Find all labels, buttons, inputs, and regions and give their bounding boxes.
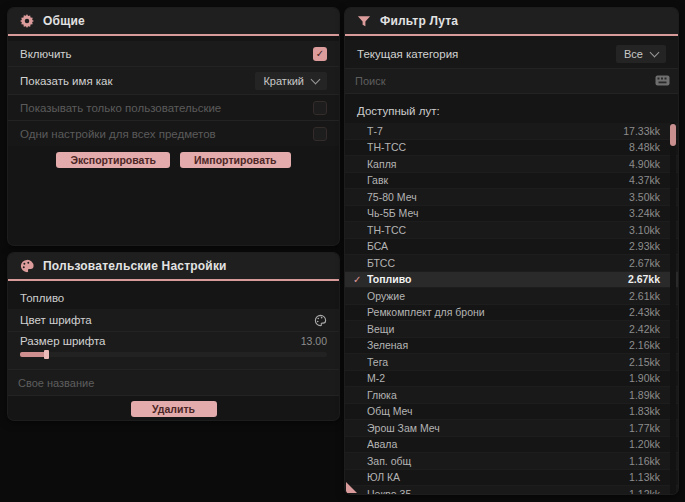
chevron-down-icon <box>311 74 321 84</box>
delete-button[interactable]: Удалить <box>131 401 217 417</box>
loot-item-row[interactable]: ✓ Т-7 17.33kk <box>345 123 678 140</box>
selected-item-wrap: Топливо <box>8 281 339 309</box>
loot-item-value: 1.89kk <box>629 389 660 401</box>
loot-item-row[interactable]: ✓ Зап. общ 1.16kk <box>345 453 678 470</box>
loot-item-value: 4.90kk <box>629 158 660 170</box>
display-name-row: Показать имя как Краткий <box>8 67 339 95</box>
loot-item-value: 3.24kk <box>629 207 660 219</box>
check-icon: ✓ <box>353 224 365 235</box>
font-size-value: 13.00 <box>301 335 327 347</box>
font-size-slider[interactable] <box>20 352 327 357</box>
check-icon: ✓ <box>353 125 365 136</box>
loot-item-row[interactable]: ✓ ЮЛ КА 1.13kk <box>345 470 678 487</box>
loot-filter-panel-header[interactable]: Фильтр Лута <box>345 8 678 34</box>
font-size-row: Размер шрифта 13.00 <box>8 332 339 370</box>
loot-item-value: 2.42kk <box>629 323 660 335</box>
loot-item-row[interactable]: ✓ Оружие 2.61kk <box>345 288 678 305</box>
loot-item-row[interactable]: ✓ Общ Меч 1.83kk <box>345 404 678 421</box>
delete-row: Удалить <box>8 396 339 420</box>
loot-item-row[interactable]: ✓ Эрош Зам Меч 1.77kk <box>345 420 678 437</box>
category-dropdown[interactable]: Все <box>616 45 666 63</box>
loot-item-row[interactable]: ✓ Вещи 2.42kk <box>345 321 678 338</box>
loot-item-name: Глюка <box>367 389 629 401</box>
loot-item-row[interactable]: ✓ Авала 1.20kk <box>345 437 678 454</box>
loot-item-row[interactable]: ✓ Зеленая 2.16kk <box>345 338 678 355</box>
loot-filter-panel-title: Фильтр Лута <box>380 14 458 28</box>
loot-list: ✓ Т-7 17.33kk ✓ ТН-ТСС 8.48kk ✓ Капля 4.… <box>345 123 678 494</box>
category-row: Текущая категория Все <box>345 40 678 69</box>
check-icon: ✓ <box>353 241 365 252</box>
loot-item-value: 2.43kk <box>629 306 660 318</box>
custom-name-input[interactable] <box>8 370 339 395</box>
loot-item-name: Авала <box>367 438 629 450</box>
general-panel-header[interactable]: Общие <box>8 8 339 34</box>
check-icon: ✓ <box>353 323 365 334</box>
enable-checkbox[interactable]: ✓ <box>313 47 327 61</box>
funnel-icon <box>357 15 371 28</box>
loot-item-name: Зап. общ <box>367 455 629 467</box>
enable-row: Включить ✓ <box>8 41 339 67</box>
loot-item-row[interactable]: ✓ Ремкомплект для брони 2.43kk <box>345 305 678 322</box>
display-name-dropdown[interactable]: Краткий <box>255 72 327 90</box>
loot-filter-accent-line <box>345 34 678 36</box>
loot-item-row[interactable]: ✓ ТН-ТСС 8.48kk <box>345 140 678 157</box>
loot-item-row[interactable]: ✓ М-2 1.90kk <box>345 371 678 388</box>
search-row <box>345 69 678 94</box>
check-icon: ✓ <box>353 175 365 186</box>
check-icon: ✓ <box>353 406 365 417</box>
check-icon: ✓ <box>353 439 365 450</box>
import-button[interactable]: Импортировать <box>180 152 291 168</box>
keyboard-icon[interactable] <box>655 75 670 86</box>
loot-item-name: Т-7 <box>367 125 623 137</box>
check-icon: ✓ <box>353 373 365 384</box>
display-name-value: Краткий <box>263 75 304 87</box>
loot-item-name: 75-80 Меч <box>367 191 629 203</box>
loot-item-row[interactable]: ✓ Глюка 1.89kk <box>345 387 678 404</box>
general-panel: Общие Включить ✓ Показать имя как Кратки… <box>8 8 339 245</box>
check-icon: ✓ <box>353 158 365 169</box>
loot-item-value: 4.37kk <box>629 174 660 186</box>
user-settings-panel-header[interactable]: Пользовательские Настройки <box>8 253 339 279</box>
loot-item-value: 2.61kk <box>629 290 660 302</box>
check-icon: ✓ <box>353 389 365 400</box>
loot-item-name: Некро 35 <box>367 488 629 494</box>
loot-item-row[interactable]: ✓ Гавк 4.37kk <box>345 173 678 190</box>
check-icon: ✓ <box>353 142 365 153</box>
loot-item-value: 17.33kk <box>623 125 660 137</box>
loot-item-row[interactable]: ✓ Капля 4.90kk <box>345 156 678 173</box>
gear-icon <box>20 14 34 28</box>
loot-item-row[interactable]: ✓ БТСС 2.67kk <box>345 255 678 272</box>
loot-scrollbar-thumb[interactable] <box>670 124 676 146</box>
slider-handle[interactable] <box>44 350 49 359</box>
loot-item-value: 1.12kk <box>629 488 660 494</box>
resize-grip[interactable] <box>346 482 357 493</box>
only-custom-checkbox[interactable] <box>313 101 327 115</box>
check-icon: ✓ <box>353 356 365 367</box>
general-accent-line <box>8 34 339 36</box>
check-icon: ✓ <box>353 422 365 433</box>
search-input[interactable] <box>345 69 678 93</box>
same-settings-checkbox[interactable] <box>313 127 327 141</box>
check-icon: ✓ <box>353 340 365 351</box>
loot-item-row[interactable]: ✓ БСА 2.93kk <box>345 239 678 256</box>
loot-item-value: 1.13kk <box>629 471 660 483</box>
loot-item-value: 2.67kk <box>629 257 660 269</box>
palette-icon[interactable] <box>314 314 327 327</box>
loot-scrollbar-track[interactable] <box>670 122 676 494</box>
loot-item-row[interactable]: ✓ 75-80 Меч 3.50kk <box>345 189 678 206</box>
same-settings-row: Одни настройки для всех предметов <box>8 121 339 146</box>
loot-item-name: ТН-ТСС <box>367 141 629 153</box>
loot-item-row[interactable]: ✓ Чь-5Б Меч 3.24kk <box>345 206 678 223</box>
loot-item-row[interactable]: ✓ Топливо 2.67kk <box>345 272 678 289</box>
loot-item-value: 1.20kk <box>629 438 660 450</box>
chevron-down-icon <box>650 48 660 58</box>
palette-icon <box>20 259 34 273</box>
loot-item-name: ТН-ТСС <box>367 224 629 236</box>
loot-item-name: ЮЛ КА <box>367 471 629 483</box>
only-custom-label: Показывать только пользовательские <box>20 102 221 114</box>
loot-item-row[interactable]: ✓ Некро 35 1.12kk <box>345 486 678 494</box>
loot-item-row[interactable]: ✓ Тега 2.15kk <box>345 354 678 371</box>
display-name-label: Показать имя как <box>20 75 113 87</box>
loot-item-row[interactable]: ✓ ТН-ТСС 3.10kk <box>345 222 678 239</box>
export-button[interactable]: Экспортировать <box>56 152 170 168</box>
